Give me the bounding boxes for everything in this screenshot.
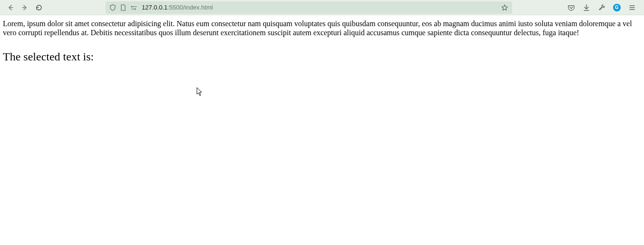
url-text: 127.0.0.1:5500/index.html (142, 4, 497, 11)
shield-icon (109, 4, 116, 11)
reload-button[interactable] (32, 1, 46, 14)
star-icon (501, 4, 508, 11)
reload-icon (35, 4, 43, 11)
forward-button[interactable] (18, 1, 31, 14)
lorem-paragraph: Lorem, ipsum dolor sit amet consectetur … (3, 19, 641, 37)
svg-point-2 (131, 6, 133, 7)
arrow-right-icon (21, 4, 29, 11)
svg-point-4 (135, 8, 136, 10)
extension-g-icon: G (613, 4, 621, 11)
address-bar-icons (109, 4, 138, 11)
page-icon (120, 4, 127, 11)
nav-buttons (4, 1, 46, 14)
extension-g-button[interactable]: G (611, 1, 623, 14)
pocket-icon (567, 4, 575, 11)
back-button[interactable] (4, 1, 17, 14)
hamburger-icon (628, 4, 636, 11)
downloads-button[interactable] (580, 1, 593, 14)
browser-toolbar: 127.0.0.1:5500/index.html (0, 0, 644, 15)
selected-text-heading: The selected text is: (3, 50, 641, 63)
download-icon (583, 4, 590, 11)
url-port-path: :5500/index.html (167, 4, 213, 11)
wrench-icon (598, 4, 605, 11)
url-host: 127.0.0.1 (142, 4, 167, 11)
permissions-icon (130, 5, 138, 10)
pocket-button[interactable] (565, 1, 577, 14)
toolbar-right-icons: G (565, 1, 640, 14)
cursor-icon (196, 87, 204, 97)
bookmark-button[interactable] (501, 4, 508, 11)
devtools-button[interactable] (595, 1, 608, 14)
menu-button[interactable] (626, 1, 638, 14)
page-content: Lorem, ipsum dolor sit amet consectetur … (0, 15, 644, 67)
address-bar[interactable]: 127.0.0.1:5500/index.html (106, 1, 512, 14)
arrow-left-icon (7, 4, 14, 11)
